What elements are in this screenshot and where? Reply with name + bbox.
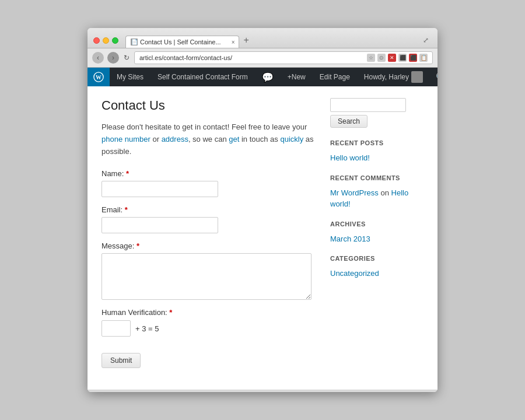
categories-section: CATEGORIES Uncategorized bbox=[330, 255, 424, 279]
wp-search-icon[interactable]: 🔍 bbox=[430, 68, 438, 86]
title-bar: 📄 Contact Us | Self Containe... × + ⤢ bbox=[88, 28, 438, 48]
window-resize-icon[interactable]: ⤢ bbox=[420, 36, 432, 44]
message-required: * bbox=[136, 242, 139, 250]
recent-post-link-0[interactable]: Hello world! bbox=[330, 152, 424, 164]
url-icons: ☆ ⊙ ✕ ⬛ ⬛ 📋 bbox=[367, 54, 428, 62]
comments-item[interactable]: 💬 bbox=[255, 68, 281, 86]
submit-button[interactable]: Submit bbox=[102, 353, 141, 368]
page-title: Contact Us bbox=[102, 98, 318, 113]
verification-field-group: Human Verification: * + 3 = 5 bbox=[102, 308, 318, 337]
recent-comments-title: RECENT COMMENTS bbox=[330, 174, 424, 181]
name-field-group: Name: * bbox=[102, 169, 318, 197]
star-icon[interactable]: ☆ bbox=[367, 54, 375, 62]
svg-text:W: W bbox=[96, 74, 102, 80]
message-label: Message: * bbox=[102, 242, 318, 250]
howdy-item[interactable]: Howdy, Harley bbox=[357, 68, 430, 86]
search-button[interactable]: Search bbox=[330, 115, 368, 128]
comment-on-text: on bbox=[380, 188, 388, 197]
url-bar[interactable]: articl.es/contact-form/contact-us/ ☆ ⊙ ✕… bbox=[134, 51, 433, 64]
my-sites-item[interactable]: My Sites bbox=[110, 68, 150, 86]
email-input[interactable] bbox=[102, 217, 218, 233]
site-name-item[interactable]: Self Contained Contact Form bbox=[150, 68, 255, 86]
verification-input[interactable] bbox=[102, 320, 131, 337]
recent-comments-section: RECENT COMMENTS Mr WordPress on Hello wo… bbox=[330, 174, 424, 210]
user-avatar bbox=[411, 71, 423, 83]
new-content-item[interactable]: New bbox=[281, 68, 313, 86]
search-input[interactable] bbox=[330, 98, 406, 112]
tab-close-icon[interactable]: × bbox=[232, 39, 235, 46]
address-bar: ‹ › ↻ articl.es/contact-form/contact-us/… bbox=[88, 48, 438, 68]
verification-label: Human Verification: * bbox=[102, 308, 318, 317]
page-footer-line bbox=[88, 390, 438, 392]
verification-equation: + 3 = 5 bbox=[135, 324, 159, 333]
archives-title: ARCHIVES bbox=[330, 220, 424, 228]
refresh-button[interactable]: ↻ bbox=[123, 54, 131, 62]
addon-icon2: ⬛ bbox=[409, 54, 417, 62]
comment-author-link[interactable]: Mr WordPress bbox=[330, 188, 379, 197]
back-button[interactable]: ‹ bbox=[92, 52, 104, 64]
maximize-button[interactable] bbox=[112, 37, 118, 44]
search-widget: Search bbox=[330, 98, 424, 128]
history-icon[interactable]: ⊙ bbox=[377, 54, 386, 62]
name-label: Name: * bbox=[102, 169, 318, 178]
new-tab-button[interactable]: + bbox=[239, 33, 254, 48]
email-field-group: Email: * bbox=[102, 205, 318, 233]
tab-area: 📄 Contact Us | Self Containe... × + bbox=[125, 33, 415, 48]
browser-window: 📄 Contact Us | Self Containe... × + ⤢ ‹ … bbox=[88, 28, 438, 392]
tab-title: Contact Us | Self Containe... bbox=[140, 38, 221, 46]
message-textarea[interactable] bbox=[102, 253, 312, 300]
url-text: articl.es/contact-form/contact-us/ bbox=[139, 54, 367, 61]
forward-button[interactable]: › bbox=[107, 52, 119, 64]
close-button[interactable] bbox=[93, 37, 100, 44]
archive-link-0[interactable]: March 2013 bbox=[330, 233, 424, 245]
wp-logo-item[interactable]: W bbox=[88, 68, 110, 86]
recent-posts-section: RECENT POSTS Hello world! bbox=[330, 139, 424, 164]
quickly-link[interactable]: quickly bbox=[280, 135, 303, 144]
wp-navbar: W My Sites Self Contained Contact Form 💬… bbox=[88, 68, 438, 86]
addon-icon3: 📋 bbox=[419, 54, 428, 62]
categories-title: CATEGORIES bbox=[330, 255, 424, 262]
wp-logo-icon: W bbox=[93, 72, 104, 82]
tab-favicon: 📄 bbox=[131, 38, 138, 46]
addon-icon1: ⬛ bbox=[398, 54, 407, 62]
address-link[interactable]: address bbox=[162, 135, 188, 144]
email-required: * bbox=[125, 205, 128, 214]
recent-posts-title: RECENT POSTS bbox=[330, 139, 424, 146]
traffic-lights bbox=[93, 37, 118, 44]
minimize-button[interactable] bbox=[103, 37, 109, 44]
phone-link[interactable]: phone number bbox=[102, 135, 150, 144]
recent-comment-text: Mr WordPress on Hello world! bbox=[330, 187, 424, 210]
intro-text: Please don't hesitate to get in contact!… bbox=[102, 121, 318, 158]
name-required: * bbox=[126, 169, 129, 178]
get-link[interactable]: get bbox=[229, 135, 239, 144]
message-field-group: Message: * bbox=[102, 242, 318, 300]
name-input[interactable] bbox=[102, 181, 218, 197]
edit-page-item[interactable]: Edit Page bbox=[313, 68, 357, 86]
page-content: Contact Us Please don't hesitate to get … bbox=[88, 86, 438, 390]
verification-required: * bbox=[169, 308, 172, 317]
sidebar: Search RECENT POSTS Hello world! RECENT … bbox=[330, 98, 424, 378]
archives-section: ARCHIVES March 2013 bbox=[330, 220, 424, 245]
browser-tab[interactable]: 📄 Contact Us | Self Containe... × bbox=[125, 36, 239, 48]
main-content: Contact Us Please don't hesitate to get … bbox=[102, 98, 318, 378]
category-link-0[interactable]: Uncategorized bbox=[330, 268, 424, 279]
verification-row: + 3 = 5 bbox=[102, 320, 318, 337]
security-icon: ✕ bbox=[388, 54, 396, 62]
email-label: Email: * bbox=[102, 205, 318, 214]
